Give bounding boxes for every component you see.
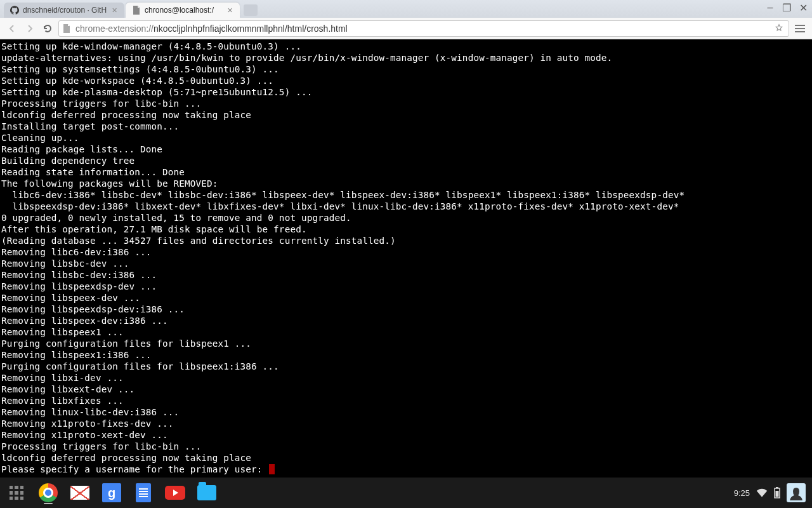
forward-button[interactable] xyxy=(23,22,37,36)
back-button[interactable] xyxy=(5,22,19,36)
terminal-line: Setting up kde-plasma-desktop (5:71~pre1… xyxy=(1,86,811,98)
reload-button[interactable] xyxy=(41,22,55,36)
browser-window: dnschneid/crouton · GitH ✕ chronos@local… xyxy=(0,0,812,508)
tab-crosh[interactable]: chronos@localhost:/ ✕ xyxy=(126,3,240,18)
terminal-prompt[interactable]: Please specify a username for the primar… xyxy=(1,464,811,475)
chrome-app[interactable] xyxy=(36,480,61,505)
terminal-line: Setting up kde-window-manager (4:4.8.5-0… xyxy=(1,41,811,52)
window-controls: – ❐ ✕ xyxy=(765,3,808,13)
docs-icon xyxy=(136,483,151,502)
terminal-line: Reading package lists... Done xyxy=(1,144,811,155)
terminal-line: Removing libspeex1:i386 ... xyxy=(1,349,811,361)
minimize-button[interactable]: – xyxy=(765,3,775,13)
close-window-button[interactable]: ✕ xyxy=(798,3,808,13)
page-icon xyxy=(63,24,72,33)
svg-rect-1 xyxy=(776,487,778,488)
github-icon xyxy=(10,6,19,15)
terminal-line: 0 upgraded, 0 newly installed, 15 to rem… xyxy=(1,212,811,224)
terminal-line: ldconfig deferred processing now taking … xyxy=(1,452,811,464)
terminal-line: Removing libspeexdsp-dev:i386 ... xyxy=(1,304,811,315)
shelf: g 9:25 xyxy=(0,478,812,508)
gmail-icon xyxy=(70,486,89,500)
terminal-line: Reading state information... Done xyxy=(1,166,811,178)
chrome-menu-button[interactable] xyxy=(793,22,807,36)
terminal-line: ldconfig deferred processing now taking … xyxy=(1,109,811,121)
wifi-icon xyxy=(756,488,768,497)
apps-grid-icon xyxy=(8,484,25,502)
google-search-app[interactable]: g xyxy=(99,480,124,505)
youtube-app[interactable] xyxy=(162,480,188,505)
google-icon: g xyxy=(102,483,121,502)
tab-github[interactable]: dnschneid/crouton · GitH ✕ xyxy=(4,3,124,18)
page-icon xyxy=(132,6,141,15)
cursor xyxy=(269,464,275,474)
gmail-app[interactable] xyxy=(67,480,93,505)
clock: 9:25 xyxy=(734,488,750,498)
terminal-line: Removing libsbc-dev:i386 ... xyxy=(1,269,811,281)
terminal-line: Removing x11proto-xext-dev ... xyxy=(1,429,811,441)
terminal-line: Removing libspeex-dev:i386 ... xyxy=(1,315,811,326)
tab-title: chronos@localhost:/ xyxy=(145,6,222,15)
terminal-line: Processing triggers for libc-bin ... xyxy=(1,98,811,109)
bookmark-star-icon[interactable] xyxy=(775,23,785,34)
terminal-line: Cleaning up... xyxy=(1,132,811,144)
terminal-line: Removing libspeexdsp-dev ... xyxy=(1,281,811,292)
avatar xyxy=(787,483,806,502)
close-icon[interactable]: ✕ xyxy=(110,6,118,14)
terminal-line: Setting up systemsettings (4:4.8.5-0ubun… xyxy=(1,64,811,75)
terminal-line: Setting up kde-workspace (4:4.8.5-0ubunt… xyxy=(1,75,811,86)
terminal-line: After this operation, 27.1 MB disk space… xyxy=(1,224,811,235)
terminal-line: Removing linux-libc-dev:i386 ... xyxy=(1,406,811,418)
terminal-line: The following packages will be REMOVED: xyxy=(1,178,811,189)
terminal-line: Removing libxfixes ... xyxy=(1,395,811,406)
tab-title: dnschneid/crouton · GitH xyxy=(23,6,107,15)
terminal-line: Purging configuration files for libspeex… xyxy=(1,361,811,372)
url-scheme: chrome-extension:// xyxy=(75,23,154,34)
url-text: chrome-extension://nkoccljplnhpfnfiajclk… xyxy=(75,23,775,34)
terminal-line: libspeexdsp-dev:i386* libxext-dev* libxf… xyxy=(1,201,811,212)
terminal-line: Removing libxi-dev ... xyxy=(1,372,811,384)
terminal-line: Removing libc6-dev:i386 ... xyxy=(1,246,811,258)
toolbar: chrome-extension://nkoccljplnhpfnfiajclk… xyxy=(0,18,812,39)
launcher-button[interactable] xyxy=(4,480,29,505)
docs-app[interactable] xyxy=(131,480,156,505)
terminal-line: Removing x11proto-fixes-dev ... xyxy=(1,418,811,429)
chrome-icon xyxy=(39,483,58,502)
youtube-icon xyxy=(165,486,185,500)
terminal-line: Processing triggers for libc-bin ... xyxy=(1,441,811,452)
new-tab-button[interactable] xyxy=(244,4,258,16)
close-icon[interactable]: ✕ xyxy=(226,6,233,14)
tab-strip: dnschneid/crouton · GitH ✕ chronos@local… xyxy=(0,0,812,18)
files-app[interactable] xyxy=(194,480,219,505)
terminal-line: (Reading database ... 34527 files and di… xyxy=(1,235,811,246)
terminal-line: Purging configuration files for libspeex… xyxy=(1,338,811,349)
files-icon xyxy=(197,485,216,500)
svg-rect-2 xyxy=(776,491,779,497)
terminal-line: Removing libsbc-dev ... xyxy=(1,258,811,269)
url-path: nkoccljplnhpfnfiajclkommnmllphnl/html/cr… xyxy=(154,23,348,34)
terminal-line: update-alternatives: using /usr/bin/kwin… xyxy=(1,52,811,64)
terminal-line: Installing target post-common... xyxy=(1,121,811,132)
terminal-output[interactable]: Setting up kde-window-manager (4:4.8.5-0… xyxy=(0,39,812,478)
status-area[interactable]: 9:25 xyxy=(734,483,808,502)
maximize-button[interactable]: ❐ xyxy=(782,3,792,13)
terminal-line: Removing libspeex1 ... xyxy=(1,326,811,338)
terminal-line: libc6-dev:i386* libsbc-dev* libsbc-dev:i… xyxy=(1,189,811,201)
address-bar[interactable]: chrome-extension://nkoccljplnhpfnfiajclk… xyxy=(58,20,789,37)
terminal-line: Removing libspeex-dev ... xyxy=(1,292,811,304)
battery-icon xyxy=(774,487,780,498)
terminal-line: Building dependency tree xyxy=(1,155,811,166)
terminal-line: Removing libxext-dev ... xyxy=(1,384,811,395)
